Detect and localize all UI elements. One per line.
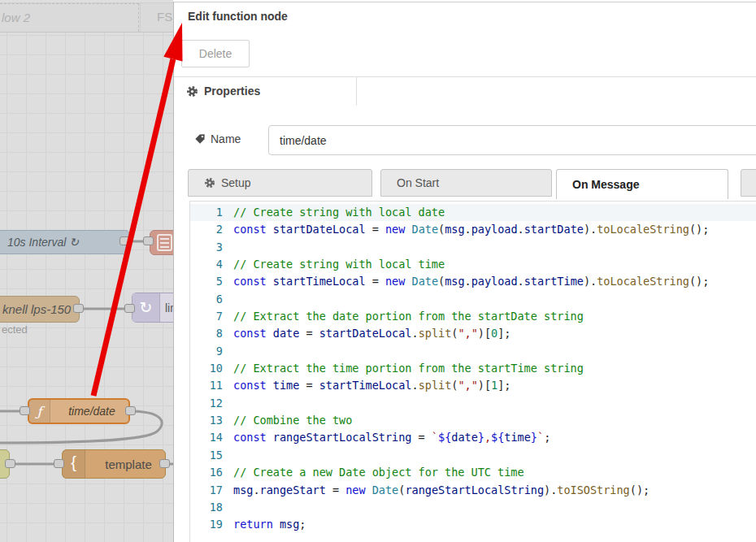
code-line[interactable]: 17msg.rangeStart = new Date(rangeStartLo… xyxy=(190,482,756,499)
flow-workspace[interactable]: 10s Interval ↻ knell lps-150 ected ↻ lim xyxy=(0,33,173,542)
tab-properties[interactable]: Properties xyxy=(177,77,357,106)
code-line[interactable]: 3 xyxy=(190,239,756,256)
flow-tab-fs[interactable]: FS xyxy=(140,3,173,32)
form-icon xyxy=(157,234,172,251)
code-line[interactable]: 16// Create a new Date object for the UT… xyxy=(190,464,756,481)
device-status-text: ected xyxy=(2,323,28,336)
edit-function-dialog: Edit function node Delete Properties Nam… xyxy=(173,2,756,542)
gear-icon xyxy=(186,85,198,98)
code-line[interactable]: 13// Combine the two xyxy=(190,412,756,429)
timer-icon: ↻ xyxy=(133,293,160,322)
function-node-label: time/date xyxy=(55,400,128,423)
template-input-port[interactable] xyxy=(54,459,64,468)
code-line[interactable]: 2const startDateLocal = new Date(msg.pay… xyxy=(190,221,756,238)
code-line[interactable]: 19return msg; xyxy=(190,516,756,533)
code-line[interactable]: 9 xyxy=(190,343,756,360)
code-line[interactable]: 4// Create string with local time xyxy=(190,256,756,273)
tab-properties-label: Properties xyxy=(204,85,260,98)
template-node-label: template xyxy=(92,450,165,478)
device-output-port[interactable] xyxy=(73,304,84,313)
code-line[interactable]: 8const date = startDateLocal.split(",")[… xyxy=(190,325,756,342)
function-icon: ƒ xyxy=(29,400,50,423)
tab-setup-label: Setup xyxy=(221,176,251,189)
function-node-time-date[interactable]: ƒ time/date xyxy=(28,398,130,424)
template-node[interactable]: { template xyxy=(62,449,166,479)
code-line[interactable]: 5const startTimeLocal = new Date(msg.pay… xyxy=(190,273,756,290)
tab-setup[interactable]: Setup xyxy=(188,169,372,197)
inject-node-label: 10s Interval ↻ xyxy=(7,231,79,254)
tab-on-stop[interactable]: On Stop xyxy=(741,169,756,197)
code-line[interactable]: 12 xyxy=(190,395,756,412)
name-label-text: Name xyxy=(211,132,241,145)
dialog-tab-row: Properties xyxy=(174,76,756,105)
delay-input-port[interactable] xyxy=(124,304,135,313)
inject-output-port[interactable] xyxy=(119,236,130,245)
switch-output-port[interactable] xyxy=(5,459,15,468)
name-label: Name xyxy=(194,132,241,145)
code-line[interactable]: 6 xyxy=(190,291,756,308)
tab-on-start[interactable]: On Start xyxy=(380,169,552,197)
flow-tabbar: low 2 FS xyxy=(0,2,173,33)
gear-icon xyxy=(204,177,215,189)
device-node-label: knell lps-150 xyxy=(2,297,71,322)
code-line[interactable]: 1// Create string with local date xyxy=(190,204,756,221)
name-form-row: Name xyxy=(194,125,756,155)
function-output-port[interactable] xyxy=(125,406,136,415)
function-input-port[interactable] xyxy=(20,406,30,415)
delete-button[interactable]: Delete xyxy=(181,40,250,67)
inject-node[interactable]: 10s Interval ↻ xyxy=(0,230,130,254)
template-output-port[interactable] xyxy=(159,459,170,468)
flow-canvas[interactable]: low 2 FS 10s Interval ↻ xyxy=(0,0,173,542)
flow-tab-flow2[interactable]: low 2 xyxy=(0,3,139,32)
code-lines: 1// Create string with local date2const … xyxy=(190,204,756,534)
brace-icon: { xyxy=(63,450,85,478)
code-line[interactable]: 14const rangeStartLocalString = `${date}… xyxy=(190,429,756,446)
dialog-title: Edit function node xyxy=(188,10,288,23)
code-line[interactable]: 10// Extract the time portion from the s… xyxy=(190,360,756,377)
code-line[interactable]: 7// Extract the date portion from the st… xyxy=(190,308,756,325)
code-line[interactable]: 18 xyxy=(190,499,756,516)
tab-on-message[interactable]: On Message xyxy=(556,169,728,199)
code-editor[interactable]: 1// Create string with local date2const … xyxy=(189,201,756,542)
device-node[interactable]: knell lps-150 xyxy=(0,296,80,323)
tag-icon xyxy=(194,133,206,145)
change-input-port[interactable] xyxy=(143,236,154,245)
code-line[interactable]: 11const time = startTimeLocal.split(",")… xyxy=(190,377,756,394)
name-input[interactable] xyxy=(268,125,756,155)
code-line[interactable]: 15 xyxy=(190,447,756,464)
node-red-app: low 2 FS 10s Interval ↻ xyxy=(0,0,756,542)
